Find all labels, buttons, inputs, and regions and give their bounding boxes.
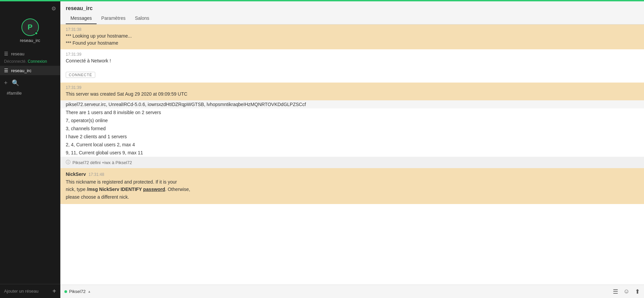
add-network-button[interactable]: +: [52, 288, 56, 295]
info-clients-servers: I have 2 clients and 1 servers: [60, 133, 644, 141]
main-header: reseau_irc Messages Paramètres Salons: [60, 1, 644, 24]
sidebar-item-label-2: reseau_irc: [11, 68, 32, 73]
gear-icon[interactable]: ⚙: [51, 5, 56, 12]
search-icon[interactable]: 🔍: [12, 79, 19, 87]
connected-badge: CONNECTÉ: [66, 72, 95, 78]
message-text-3: This server was created Sat Aug 29 2020 …: [66, 91, 639, 98]
timestamp-2: 17:31:39: [66, 52, 639, 57]
info-channels: 3, channels formed: [60, 125, 644, 133]
menu-icon[interactable]: ☰: [613, 288, 618, 295]
messages-area: 17:31:38 *** Looking up your hostname...…: [60, 24, 644, 285]
upload-icon[interactable]: ⬆: [635, 288, 640, 295]
chevron-up-icon[interactable]: ▲: [88, 290, 91, 293]
nickserv-text: This nickname is registered and protecte…: [66, 178, 639, 201]
add-network-label: Ajouter un réseau: [4, 289, 39, 294]
network-icon: ☰: [4, 51, 8, 56]
nickserv-block: NickServ 17:31:48 This nickname is regis…: [60, 168, 644, 204]
message-block-1: 17:31:38 *** Looking up your hostname...…: [60, 24, 644, 49]
add-channel-icon[interactable]: +: [4, 80, 8, 87]
channel-actions: + 🔍: [0, 77, 60, 89]
nickserv-timestamp: 17:31:48: [89, 172, 104, 177]
channel-famille[interactable]: #famille: [0, 89, 60, 98]
emoji-icon[interactable]: ☺: [624, 288, 630, 295]
sidebar: ⚙ P reseau_irc ☰ reseau Déconnecté. Conn…: [0, 1, 60, 298]
message-block-3: 17:31:39 This server was created Sat Aug…: [60, 83, 644, 100]
nickserv-sender: NickServ: [66, 171, 86, 177]
timestamp-3: 17:31:39: [66, 85, 639, 90]
message-text-1b: *** Found your hostname: [66, 40, 639, 47]
main-content: reseau_irc Messages Paramètres Salons 17…: [60, 1, 644, 298]
bottom-actions: ☰ ☺ ⬆: [613, 288, 640, 295]
info-global-users: 9, 11, Current global users 9, max 11: [60, 149, 644, 157]
username-label: Piksel72: [69, 289, 86, 294]
profile-name: reseau_irc: [20, 38, 40, 43]
server-info-row: piksel72.serveur.irc, UnrealIRCd-5.0.6, …: [60, 100, 644, 108]
info-icon: ⓘ: [66, 159, 70, 165]
sidebar-item-label: reseau: [11, 51, 24, 56]
notice-text: Piksel72 défini +iwx à Piksel72: [72, 160, 132, 165]
tab-bar: Messages Paramètres Salons: [60, 13, 644, 24]
info-operators: 7, operator(s) online: [60, 116, 644, 125]
message-block-2: 17:31:39 Connecté à Network !: [60, 49, 644, 67]
avatar: P: [21, 18, 39, 36]
bottom-bar: Piksel72 ▲ ☰ ☺ ⬆: [60, 285, 644, 298]
sidebar-item-reseau-irc[interactable]: ☰ reseau_irc: [0, 66, 60, 75]
info-local-users: 2, 4, Current local users 2, max 4: [60, 141, 644, 149]
timestamp-1: 17:31:38: [66, 27, 639, 32]
page-title: reseau_irc: [60, 1, 644, 11]
network-icon-2: ☰: [4, 68, 8, 73]
nickserv-line-3: please choose a different nick.: [66, 194, 129, 200]
tab-parametres[interactable]: Paramètres: [97, 13, 130, 24]
online-dot: [35, 32, 38, 35]
message-text-2: Connecté à Network !: [66, 57, 639, 64]
nickserv-line-1: This nickname is registered and protecte…: [66, 179, 177, 185]
status-dot: [64, 290, 67, 293]
sidebar-footer: Ajouter un réseau +: [0, 284, 60, 298]
sidebar-header: ⚙: [0, 1, 60, 16]
connected-badge-row: CONNECTÉ: [60, 67, 644, 83]
disconnected-status: Déconnecté. Connexion: [0, 58, 60, 66]
info-users: There are 1 users and 8 invisible on 2 s…: [60, 108, 644, 116]
tab-messages[interactable]: Messages: [66, 13, 97, 24]
sidebar-item-reseau[interactable]: ☰ reseau: [0, 49, 60, 58]
profile-section: P reseau_irc: [0, 16, 60, 47]
connexion-link[interactable]: Connexion: [28, 59, 47, 64]
system-notice: ⓘ Piksel72 défini +iwx à Piksel72: [60, 157, 644, 168]
message-text-1a: *** Looking up your hostname...: [66, 33, 639, 40]
nickserv-header: NickServ 17:31:48: [66, 171, 639, 177]
tab-salons[interactable]: Salons: [130, 13, 154, 24]
user-status: Piksel72 ▲: [64, 289, 91, 294]
network-list: ☰ reseau Déconnecté. Connexion ☰ reseau_…: [0, 47, 60, 77]
